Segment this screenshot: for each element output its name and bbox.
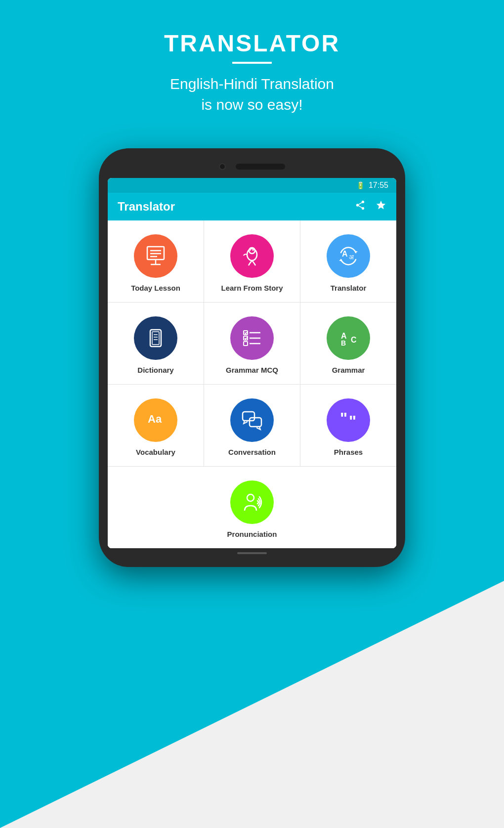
title-underline <box>232 62 272 64</box>
pronunciation-icon-circle <box>230 480 274 524</box>
translator-icon-circle: A अ <box>327 234 370 278</box>
svg-point-8 <box>252 250 254 251</box>
translator-label: Translator <box>331 284 367 292</box>
phone-speaker <box>236 164 285 170</box>
svg-text:Aa: Aa <box>148 413 162 425</box>
grid-item-grammar-mcq[interactable]: Grammar MCQ <box>204 303 300 384</box>
grid-item-learn-from-story[interactable]: Learn From Story <box>204 220 300 302</box>
phone-top-bar <box>108 157 396 178</box>
svg-text:B: B <box>341 339 346 347</box>
grid-item-today-lesson[interactable]: Today Lesson <box>108 220 204 302</box>
dictionary-label: Dictionary <box>137 366 173 374</box>
grid-item-grammar[interactable]: A B C Grammar <box>300 303 396 384</box>
grid-item-phrases[interactable]: " " Phrases <box>300 385 396 466</box>
grid-item-vocabulary[interactable]: Aa Vocabulary <box>108 385 204 466</box>
header-subtitle: English-Hindi Translation is now so easy… <box>0 74 504 115</box>
grammar-mcq-icon-circle <box>230 316 274 360</box>
app-bar: Translator <box>108 193 396 220</box>
app-bar-title: Translator <box>118 200 175 214</box>
svg-rect-28 <box>243 412 254 421</box>
phone-outer: 🔋 17:55 Translator <box>99 148 405 567</box>
phone-screen: 🔋 17:55 Translator <box>108 178 396 548</box>
star-icon[interactable] <box>376 200 386 214</box>
grid-item-conversation[interactable]: Conversation <box>204 385 300 466</box>
vocabulary-icon-circle: Aa <box>134 398 177 442</box>
svg-text:C: C <box>351 336 357 344</box>
phrases-icon-circle: " " <box>327 398 370 442</box>
phone-camera <box>219 163 226 170</box>
svg-point-32 <box>247 494 254 501</box>
dictionary-icon-circle <box>134 316 177 360</box>
svg-rect-29 <box>250 418 261 427</box>
svg-text:": " <box>340 409 347 427</box>
grammar-icon-circle: A B C <box>327 316 370 360</box>
svg-text:A: A <box>342 250 348 258</box>
conversation-label: Conversation <box>228 448 276 456</box>
phone-bottom-bar <box>108 548 396 558</box>
grammar-mcq-label: Grammar MCQ <box>226 366 278 374</box>
pronunciation-label: Pronunciation <box>227 530 277 538</box>
svg-rect-20 <box>244 342 248 346</box>
grid-item-pronunciation[interactable]: Pronunciation <box>108 467 396 548</box>
app-grid: Today Lesson <box>108 220 396 466</box>
svg-rect-14 <box>152 332 159 345</box>
today-lesson-icon-circle <box>134 234 177 278</box>
vocabulary-label: Vocabulary <box>136 448 175 456</box>
grid-item-translator[interactable]: A अ Translator <box>300 220 396 302</box>
phone-device: 🔋 17:55 Translator <box>99 148 405 567</box>
today-lesson-label: Today Lesson <box>131 284 180 292</box>
status-bar: 🔋 17:55 <box>108 178 396 193</box>
app-bar-icons <box>355 200 386 214</box>
grammar-label: Grammar <box>332 366 365 374</box>
learn-from-story-label: Learn From Story <box>221 284 283 292</box>
status-time: 17:55 <box>369 181 388 190</box>
svg-text:अ: अ <box>349 253 354 261</box>
conversation-icon-circle <box>230 398 274 442</box>
share-icon[interactable] <box>355 200 366 214</box>
phrases-label: Phrases <box>334 448 363 456</box>
svg-text:": " <box>349 412 356 430</box>
header-area: TRANSLATOR English-Hindi Translation is … <box>0 30 504 115</box>
grid-item-dictionary[interactable]: Dictionary <box>108 303 204 384</box>
learn-from-story-icon-circle <box>230 234 274 278</box>
battery-icon: 🔋 <box>356 181 365 189</box>
page-title: TRANSLATOR <box>0 30 504 57</box>
